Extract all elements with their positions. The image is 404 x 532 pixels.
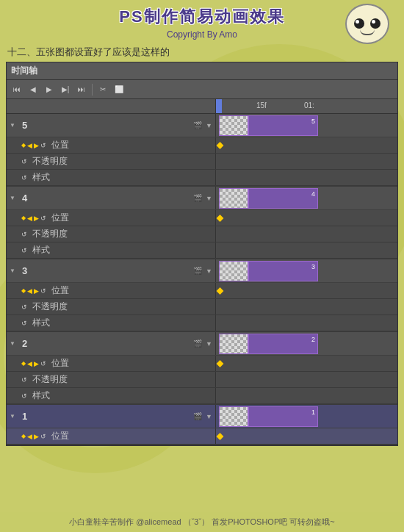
layer-2-opacity-timeline bbox=[216, 372, 397, 387]
playhead[interactable] bbox=[216, 99, 222, 113]
skip-forward-button[interactable]: ⏭ bbox=[74, 82, 89, 97]
layer-4-style-timeline bbox=[216, 242, 397, 258]
layer-1-pos-arrow-right[interactable]: ▶ bbox=[34, 433, 39, 440]
layer-1-pos-arrow-left[interactable]: ◀ bbox=[27, 433, 32, 440]
layer-4-st-refresh[interactable]: ↺ bbox=[21, 247, 27, 254]
layer-2-st-refresh[interactable]: ↺ bbox=[21, 392, 27, 400]
layer-5-expand[interactable]: ▼ bbox=[10, 122, 17, 129]
toolbar-separator bbox=[92, 84, 93, 96]
layer-4-position-timeline bbox=[216, 210, 397, 226]
layer-5-opacity-timeline bbox=[216, 154, 397, 169]
skip-back-button[interactable]: ⏮ bbox=[10, 82, 24, 97]
frame-button[interactable]: ⬜ bbox=[112, 82, 126, 97]
layer-5-st-refresh[interactable]: ↺ bbox=[21, 174, 27, 181]
layer-4-main-row: ▼ 4 🎬 ▼ 4 bbox=[7, 187, 397, 210]
layer-3-pos-arrow-left[interactable]: ◀ bbox=[27, 287, 32, 295]
timeline-header: 时间轴 bbox=[7, 62, 397, 80]
layer-2-position-timeline bbox=[216, 356, 397, 371]
layer-3-position-label: 位置 bbox=[51, 284, 69, 297]
layer-5-label: 5 bbox=[311, 118, 315, 125]
layer-5-pos-arrow-right[interactable]: ▶ bbox=[34, 142, 39, 149]
layer-2-expand[interactable]: ▼ bbox=[10, 340, 17, 347]
step-back-button[interactable]: ◀ bbox=[26, 82, 40, 97]
layer-3-pos-refresh[interactable]: ↺ bbox=[40, 287, 46, 295]
layer-2-opacity-row: ↺ 不透明度 bbox=[7, 372, 397, 388]
layer-1-block[interactable]: 1 bbox=[248, 406, 318, 427]
layer-5-film-icon[interactable]: 🎬 bbox=[193, 121, 202, 129]
layer-4-style-row: ↺ 样式 bbox=[7, 242, 397, 259]
cut-button[interactable]: ✂ bbox=[95, 82, 110, 97]
layer-1-position-row: ◆ ◀ ▶ ↺ 位置 bbox=[7, 428, 397, 445]
layer-5-position-left: ◆ ◀ ▶ ↺ 位置 bbox=[7, 137, 216, 153]
layer-2-pos-icons: ◆ ◀ ▶ ↺ bbox=[21, 360, 46, 367]
layer-5-opacity-label: 不透明度 bbox=[32, 155, 68, 168]
toolbar: ⏮ ◀ ▶ ▶| ⏭ ✂ ⬜ bbox=[7, 80, 397, 99]
layer-4-film-icon[interactable]: 🎬 bbox=[193, 194, 202, 202]
layer-2-film-icon[interactable]: 🎬 bbox=[193, 339, 202, 348]
layer-3-pos-diamond[interactable]: ◆ bbox=[21, 287, 26, 294]
layer-1-main-row: ▼ 1 🎬 ▼ 1 bbox=[7, 405, 397, 428]
layer-2-pos-arrow-right[interactable]: ▶ bbox=[34, 360, 39, 367]
layer-5-pos-diamond[interactable]: ◆ bbox=[21, 142, 26, 148]
layer-5-thumbnail bbox=[219, 115, 248, 136]
layer-2-thumbnail bbox=[219, 334, 248, 354]
layer-3-dropdown[interactable]: ▼ bbox=[206, 267, 212, 275]
layer-1-label: 1 bbox=[311, 409, 315, 416]
layer-5-opacity-left: ↺ 不透明度 bbox=[7, 154, 216, 169]
layer-4-pos-diamond[interactable]: ◆ bbox=[21, 215, 26, 221]
layer-4-pos-arrow-left[interactable]: ◀ bbox=[27, 215, 32, 222]
layer-4-pos-keyframe bbox=[217, 215, 224, 222]
layer-3-style-label: 样式 bbox=[32, 317, 50, 329]
layer-2-style-row: ↺ 样式 bbox=[7, 388, 397, 404]
layer-3-op-refresh[interactable]: ↺ bbox=[21, 303, 27, 311]
layer-2-pos-diamond[interactable]: ◆ bbox=[21, 360, 26, 367]
layer-3-st-refresh[interactable]: ↺ bbox=[21, 320, 27, 327]
layer-5-pos-arrow-left[interactable]: ◀ bbox=[27, 142, 32, 149]
layer-1-expand[interactable]: ▼ bbox=[10, 413, 17, 420]
layer-4-expand[interactable]: ▼ bbox=[10, 195, 17, 201]
layer-1-pos-keyframe bbox=[217, 433, 224, 440]
character-image bbox=[342, 4, 393, 51]
layer-2-pos-refresh[interactable]: ↺ bbox=[40, 360, 46, 367]
layer-4-op-refresh[interactable]: ↺ bbox=[21, 231, 27, 238]
layer-5-pos-keyframe bbox=[217, 142, 224, 149]
layer-3-film-icon[interactable]: 🎬 bbox=[193, 267, 202, 275]
layer-5-st-icons: ↺ bbox=[21, 174, 27, 181]
layer-2-op-refresh[interactable]: ↺ bbox=[21, 376, 27, 384]
ruler-left bbox=[7, 99, 216, 113]
layer-4-pos-arrow-right[interactable]: ▶ bbox=[34, 215, 39, 222]
layer-3-style-left: ↺ 样式 bbox=[7, 315, 216, 331]
layer-1-thumbnail bbox=[219, 406, 248, 427]
layer-4-opacity-label: 不透明度 bbox=[32, 228, 68, 240]
layer-3-opacity-timeline bbox=[216, 299, 397, 314]
layer-1-pos-refresh[interactable]: ↺ bbox=[40, 433, 46, 440]
layer-5-op-refresh[interactable]: ↺ bbox=[21, 158, 27, 165]
layer-2-pos-arrow-left[interactable]: ◀ bbox=[27, 360, 32, 367]
layer-3-expand[interactable]: ▼ bbox=[10, 267, 17, 274]
layer-4-dropdown[interactable]: ▼ bbox=[206, 195, 212, 202]
layer-2-style-timeline bbox=[216, 388, 397, 403]
layer-5-pos-refresh[interactable]: ↺ bbox=[40, 142, 46, 149]
layer-1-dropdown[interactable]: ▼ bbox=[206, 413, 212, 420]
layer-2-dropdown[interactable]: ▼ bbox=[206, 340, 212, 348]
layer-3-pos-keyframe bbox=[217, 287, 224, 295]
layer-4-pos-refresh[interactable]: ↺ bbox=[40, 215, 46, 222]
layer-3-block[interactable]: 3 bbox=[248, 261, 318, 281]
layer-4-block[interactable]: 4 bbox=[248, 188, 318, 209]
layer-1-film-icon[interactable]: 🎬 bbox=[193, 412, 202, 420]
layer-4-label: 4 bbox=[311, 190, 315, 198]
layer-2-block[interactable]: 2 bbox=[248, 334, 318, 354]
layer-group-1: ▼ 1 🎬 ▼ 1 ◆ ◀ ▶ ↺ 位置 bbox=[7, 405, 397, 445]
layer-3-number: 3 bbox=[22, 265, 27, 276]
step-forward-button[interactable]: ▶| bbox=[58, 82, 73, 97]
layer-1-position-timeline bbox=[216, 428, 397, 444]
play-button[interactable]: ▶ bbox=[42, 82, 57, 97]
timeline-panel: 时间轴 ⏮ ◀ ▶ ▶| ⏭ ✂ ⬜ 15f 01: ▼ 5 🎬 ▼ bbox=[6, 62, 398, 446]
layer-5-dropdown[interactable]: ▼ bbox=[206, 122, 212, 129]
layer-1-pos-diamond[interactable]: ◆ bbox=[21, 433, 26, 439]
layer-2-label: 2 bbox=[311, 336, 315, 343]
layer-5-style-timeline bbox=[216, 170, 397, 185]
layer-2-timeline: 2 bbox=[216, 332, 397, 355]
layer-5-block[interactable]: 5 bbox=[248, 115, 318, 136]
layer-3-pos-arrow-right[interactable]: ▶ bbox=[34, 287, 39, 295]
